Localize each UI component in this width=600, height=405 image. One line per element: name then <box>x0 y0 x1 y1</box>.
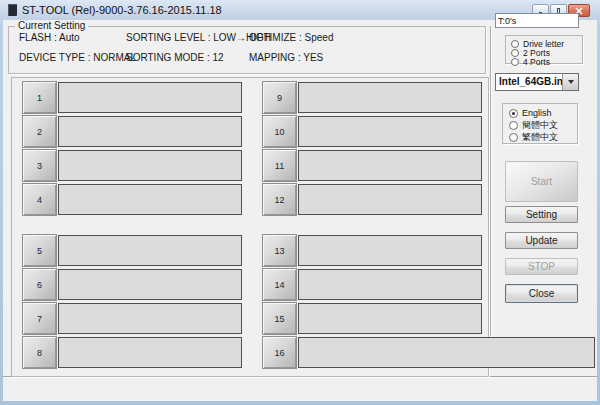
target-field[interactable]: T:0's <box>495 13 579 28</box>
slot-progress-bar-14 <box>298 269 482 300</box>
radio-icon <box>511 40 519 48</box>
radio-selected-icon <box>509 109 518 118</box>
slot-progress-bar-10 <box>298 116 482 147</box>
language-group: English 簡體中文 繁體中文 <box>502 103 578 144</box>
slot-button-11[interactable]: 11 <box>262 149 297 182</box>
update-button[interactable]: Update <box>505 232 578 249</box>
setting-button[interactable]: Setting <box>505 206 578 223</box>
slot-progress-bar-6 <box>58 269 242 300</box>
start-button[interactable]: Start <box>505 161 578 202</box>
slot-button-4[interactable]: 4 <box>22 183 57 216</box>
slot-button-13[interactable]: 13 <box>262 234 297 267</box>
slot-progress-bar-16 <box>298 337 595 368</box>
app-window: ST-TOOL (Rel)-9000-3.76.16-2015.11.18 Cu… <box>0 0 600 405</box>
slot-button-3[interactable]: 3 <box>22 149 57 182</box>
current-setting-label: Current Setting <box>15 20 88 32</box>
slot-progress-bar-3 <box>58 150 242 181</box>
app-icon <box>8 4 17 16</box>
slot-button-6[interactable]: 6 <box>22 268 57 301</box>
current-setting-group: Current Setting FLASH : Auto DEVICE TYPE… <box>8 26 486 74</box>
dropdown-button[interactable] <box>562 74 578 90</box>
radio-icon <box>509 121 518 130</box>
slot-button-14[interactable]: 14 <box>262 268 297 301</box>
slot-progress-bar-15 <box>298 303 482 334</box>
slot-button-1[interactable]: 1 <box>22 81 57 114</box>
slot-button-8[interactable]: 8 <box>22 336 57 369</box>
setting-optimize: OPTIMIZE : Speed <box>249 32 333 44</box>
slot-progress-bar-13 <box>298 235 482 266</box>
stop-button[interactable]: STOP <box>505 258 578 275</box>
slot-button-9[interactable]: 9 <box>262 81 297 114</box>
radio-lang-english[interactable]: English <box>509 108 552 118</box>
radio-lang-simplified[interactable]: 簡體中文 <box>509 120 558 130</box>
slot-progress-bar-12 <box>298 184 482 215</box>
radio-icon <box>511 49 519 57</box>
radio-lang-traditional[interactable]: 繁體中文 <box>509 132 558 142</box>
slot-progress-bar-5 <box>58 235 242 266</box>
chevron-down-icon <box>568 80 574 84</box>
slot-button-2[interactable]: 2 <box>22 115 57 148</box>
slot-progress-bar-1 <box>58 82 242 113</box>
radio-icon <box>511 58 519 66</box>
slot-row-15: 15 <box>262 302 600 335</box>
slot-button-10[interactable]: 10 <box>262 115 297 148</box>
ini-file-value: Intel_64GB.ini <box>499 76 566 87</box>
setting-sorting-mode: SORTING MODE : 12 <box>126 52 224 64</box>
slot-progress-bar-7 <box>58 303 242 334</box>
slot-button-7[interactable]: 7 <box>22 302 57 335</box>
radio-icon <box>509 133 518 142</box>
setting-mapping: MAPPING : YES <box>249 52 323 64</box>
slot-progress-bar-8 <box>58 337 242 368</box>
port-mode-group: Drive letter 2 Ports 4 Ports <box>505 35 583 64</box>
slot-row-16: 16 <box>262 336 600 369</box>
slot-progress-bar-11 <box>298 150 482 181</box>
setting-flash: FLASH : Auto <box>19 32 80 44</box>
close-button[interactable]: Close <box>505 284 578 303</box>
ini-file-select[interactable]: Intel_64GB.ini <box>495 73 579 91</box>
setting-device-type: DEVICE TYPE : NORMAL <box>19 52 136 64</box>
slot-button-16[interactable]: 16 <box>262 336 297 369</box>
slot-progress-bar-9 <box>298 82 482 113</box>
slot-progress-bar-2 <box>58 116 242 147</box>
window-title: ST-TOOL (Rel)-9000-3.76.16-2015.11.18 <box>22 0 222 20</box>
slot-progress-bar-4 <box>58 184 242 215</box>
radio-4-ports[interactable]: 4 Ports <box>511 57 550 67</box>
slot-button-5[interactable]: 5 <box>22 234 57 267</box>
slot-button-15[interactable]: 15 <box>262 302 297 335</box>
slot-button-12[interactable]: 12 <box>262 183 297 216</box>
